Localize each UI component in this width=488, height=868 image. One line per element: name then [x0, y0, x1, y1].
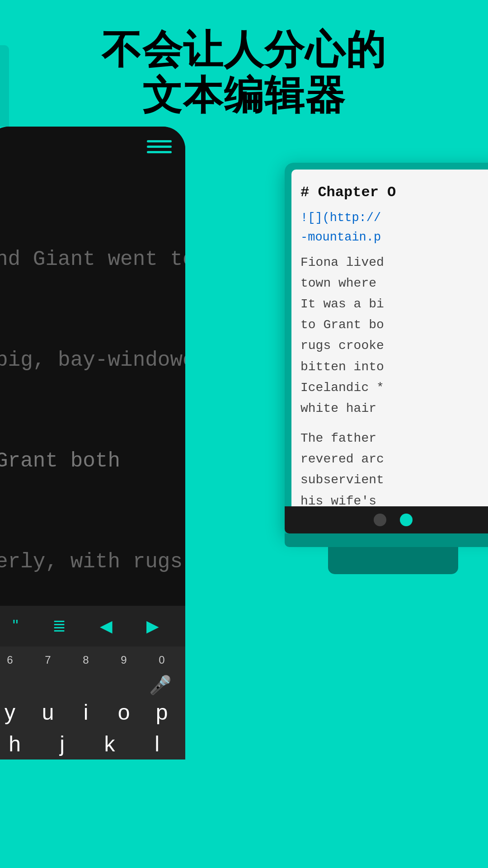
key-k[interactable]: k [86, 731, 133, 756]
key-j[interactable]: j [38, 731, 86, 756]
key-7[interactable]: 7 [29, 654, 67, 666]
hamburger-line-2 [147, 146, 172, 148]
mic-row: 🎤 [0, 674, 185, 696]
quote-icon[interactable]: " [13, 617, 19, 636]
title-line2: 文本编辑器 [142, 73, 346, 118]
hamburger-menu-icon[interactable] [147, 140, 172, 153]
left-arrow-icon[interactable]: ◀ [100, 617, 113, 636]
laptop-body-text-1: Fiona lived town where It was a bi to Gr… [300, 252, 486, 420]
key-i[interactable]: i [67, 700, 105, 725]
key-9[interactable]: 9 [105, 654, 143, 666]
keyboard-number-row: 6 7 8 9 0 [0, 646, 185, 674]
key-0[interactable]: 0 [143, 654, 181, 666]
hamburger-line-1 [147, 140, 172, 142]
key-y[interactable]: y [0, 700, 29, 725]
laptop-editor-content: # Chapter O ![](http://-mountain.p Fiona… [300, 181, 486, 527]
key-l[interactable]: l [133, 731, 181, 756]
laptop-heading: # Chapter O [300, 181, 486, 204]
phone-toolbar: " ≣ ◀ ▶ [0, 606, 185, 646]
keyboard-letter-row: y u i o p [0, 696, 185, 728]
key-p[interactable]: p [143, 700, 181, 725]
key-h[interactable]: h [0, 731, 38, 756]
keyboard: 6 7 8 9 0 🎤 y u i o p h j [0, 646, 185, 760]
laptop-base [285, 533, 488, 547]
laptop-bottom-bar [285, 506, 488, 533]
key-8[interactable]: 8 [67, 654, 105, 666]
indent-icon[interactable]: ≣ [52, 617, 66, 636]
phone-mockup: nd Giant went to big, bay-windowed Grant… [0, 127, 185, 760]
right-arrow-icon[interactable]: ▶ [146, 617, 159, 636]
phone-screen: nd Giant went to big, bay-windowed Grant… [0, 127, 185, 760]
keyboard-bottom-row: h j k l [0, 728, 185, 760]
main-content: nd Giant went to big, bay-windowed Grant… [0, 127, 488, 868]
app-title: 不会让人分心的 文本编辑器 [102, 27, 386, 118]
bottom-dot-2-active [400, 514, 413, 526]
key-6[interactable]: 6 [0, 654, 29, 666]
laptop-link: ![](http://-mountain.p [300, 208, 486, 247]
key-o[interactable]: o [105, 700, 143, 725]
hamburger-line-3 [147, 151, 172, 153]
phone-text-line-3: Grant both [0, 444, 176, 479]
header-section: 不会让人分心的 文本编辑器 [0, 0, 488, 127]
key-u[interactable]: u [29, 700, 67, 725]
phone-text-line-4: erly, with rugs [0, 545, 176, 580]
laptop-screen-outer: # Chapter O ![](http://-mountain.p Fiona… [285, 163, 488, 533]
mic-icon[interactable]: 🎤 [149, 675, 172, 696]
laptop-screen-inner: # Chapter O ![](http://-mountain.p Fiona… [291, 170, 488, 527]
laptop-trackpad [328, 547, 458, 574]
phone-text-line-2: big, bay-windowed [0, 344, 176, 378]
bottom-dot-1 [374, 514, 386, 526]
laptop-mockup: # Chapter O ![](http://-mountain.p Fiona… [285, 163, 488, 570]
phone-text-line-1: nd Giant went to [0, 243, 176, 277]
title-line1: 不会让人分心的 [102, 27, 386, 72]
